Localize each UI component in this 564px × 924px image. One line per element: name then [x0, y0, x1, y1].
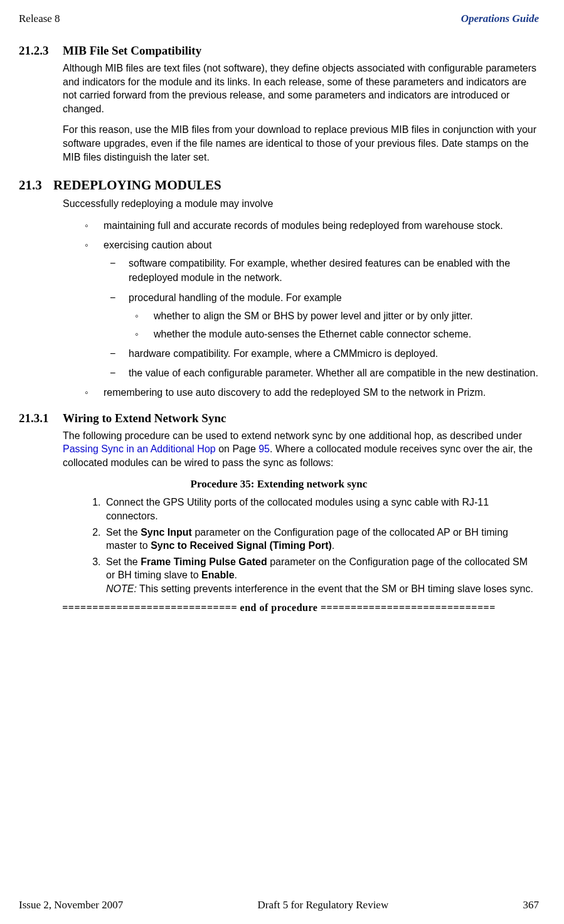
sub-sub-list: whether to align the SM or BHS by power …	[135, 309, 539, 341]
list-item: the value of each configurable parameter…	[110, 366, 539, 380]
footer-center: Draft 5 for Regulatory Review	[258, 899, 389, 911]
list-item: Set the Frame Timing Pulse Gated paramet…	[104, 555, 539, 596]
bold: Sync to Received Signal (Timing Port)	[151, 540, 332, 551]
header-left: Release 8	[19, 13, 60, 25]
list-item: Set the Sync Input parameter on the Conf…	[104, 526, 539, 553]
heading-title: Wiring to Extend Network Sync	[63, 412, 226, 425]
text: .	[235, 570, 237, 580]
list-text: procedural handling of the module. For e…	[129, 292, 342, 303]
heading-num: 21.3.1	[19, 412, 63, 425]
procedure-list: Connect the GPS Utility ports of the col…	[85, 496, 539, 595]
text: The following procedure can be used to e…	[63, 430, 522, 441]
list-text: the value of each configurable parameter…	[129, 368, 538, 378]
heading-21-3: 21.3 REDEPLOYING MODULES	[19, 178, 539, 193]
para: For this reason, use the MIB files from …	[63, 123, 539, 164]
para: Successfully redeploying a module may in…	[63, 197, 539, 211]
text: Set the	[106, 527, 141, 538]
text: Set the	[106, 556, 141, 567]
list-text: hardware compatibility. For example, whe…	[129, 348, 438, 359]
page: Release 8 Operations Guide 21.2.3 MIB Fi…	[0, 0, 564, 924]
heading-num: 21.3	[19, 178, 53, 193]
list-item: whether to align the SM or BHS by power …	[135, 309, 539, 323]
text: .	[332, 540, 334, 551]
heading-21-2-3: 21.2.3 MIB File Set Compatibility	[19, 44, 539, 58]
list-text: exercising caution about	[104, 240, 212, 250]
page-footer: Issue 2, November 2007 Draft 5 for Regul…	[19, 899, 539, 911]
list-item: exercising caution about software compat…	[85, 238, 539, 381]
text: on Page	[216, 443, 259, 454]
list-text: remembering to use auto discovery to add…	[104, 387, 486, 398]
list-text: software compatibility. For example, whe…	[129, 258, 510, 283]
list-item: remembering to use auto discovery to add…	[85, 385, 539, 400]
heading-title: REDEPLOYING MODULES	[53, 178, 221, 193]
para: Although MIB files are text files (not s…	[63, 61, 539, 115]
list-text: whether to align the SM or BHS by power …	[154, 311, 473, 321]
list-text: maintaining full and accurate records of…	[104, 220, 503, 231]
heading-title: MIB File Set Compatibility	[63, 44, 201, 58]
page-header: Release 8 Operations Guide	[19, 13, 539, 25]
list-item: Connect the GPS Utility ports of the col…	[104, 496, 539, 523]
link-passing-sync[interactable]: Passing Sync in an Additional Hop	[63, 443, 216, 454]
footer-left: Issue 2, November 2007	[19, 899, 123, 911]
heading-21-3-1: 21.3.1 Wiring to Extend Network Sync	[19, 412, 539, 425]
procedure-title: Procedure 35: Extending network sync	[19, 478, 539, 491]
note-label: NOTE:	[106, 583, 137, 594]
list-item: whether the module auto-senses the Ether…	[135, 327, 539, 341]
note-text: This setting prevents interference in th…	[137, 583, 533, 594]
list-item: maintaining full and accurate records of…	[85, 218, 539, 233]
bullet-list: maintaining full and accurate records of…	[85, 218, 539, 400]
link-page-95[interactable]: 95	[258, 443, 270, 454]
list-item: hardware compatibility. For example, whe…	[110, 346, 539, 361]
para: The following procedure can be used to e…	[63, 429, 539, 470]
list-text: whether the module auto-senses the Ether…	[154, 329, 471, 339]
list-item: software compatibility. For example, whe…	[110, 256, 539, 285]
end-of-procedure: ============================= end of pro…	[19, 602, 539, 613]
bold: Frame Timing Pulse Gated	[141, 556, 267, 567]
heading-num: 21.2.3	[19, 44, 63, 58]
bold: Sync Input	[141, 527, 192, 538]
list-item: procedural handling of the module. For e…	[110, 290, 539, 342]
list-text: Connect the GPS Utility ports of the col…	[106, 497, 489, 521]
sub-list: software compatibility. For example, whe…	[110, 256, 539, 380]
footer-right: 367	[523, 899, 540, 911]
header-right: Operations Guide	[461, 13, 539, 25]
bold: Enable	[201, 570, 234, 580]
